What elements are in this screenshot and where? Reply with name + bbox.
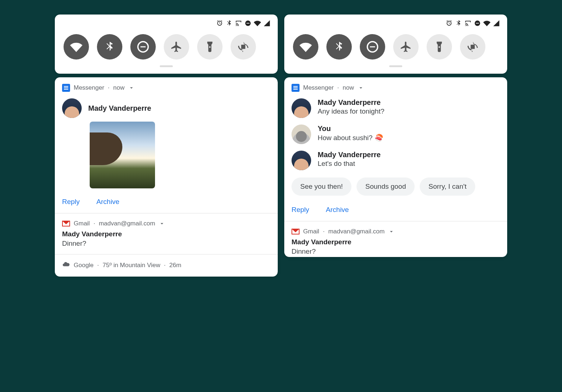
- app-name: Messenger: [74, 84, 104, 91]
- message-sender: Mady Vanderperre: [318, 151, 380, 159]
- avatar: [62, 98, 82, 118]
- gmail-app-icon: [292, 229, 300, 234]
- message-item: Mady Vanderperre Let's do that: [292, 151, 500, 170]
- avatar: [292, 124, 311, 144]
- avatar: [292, 98, 311, 118]
- qs-airplane-toggle[interactable]: [164, 34, 189, 60]
- message-item: Mady Vanderperre Any ideas for tonight?: [292, 98, 500, 118]
- messenger-app-icon: [62, 84, 70, 92]
- smart-reply-chip[interactable]: See you then!: [292, 177, 351, 196]
- signal-status-icon: [263, 20, 270, 28]
- status-bar: [289, 17, 502, 32]
- app-name: Messenger: [303, 84, 334, 91]
- archive-button[interactable]: Archive: [326, 206, 349, 214]
- quick-settings-row: [289, 32, 502, 60]
- notification-card-gmail[interactable]: Gmail · madvan@gmail.com Mady Vanderperr…: [292, 221, 500, 257]
- chevron-down-icon[interactable]: [388, 228, 395, 235]
- drag-handle[interactable]: [389, 65, 402, 67]
- notification-card-gmail[interactable]: Gmail · madvan@gmail.com Mady Vanderperr…: [62, 213, 270, 254]
- wifi-status-icon: [254, 20, 261, 28]
- message-sender: Mady Vanderperre: [318, 98, 384, 107]
- notification-actions: Reply Archive: [292, 204, 500, 221]
- notification-time: now: [343, 84, 354, 91]
- phone-left: Messenger · now Mady Vanderperre Reply A…: [55, 15, 278, 377]
- email-sender: Mady Vanderperre: [292, 238, 500, 246]
- weather-summary: 75º in Mountain View: [103, 262, 160, 269]
- avatar: [292, 151, 311, 170]
- bluetooth-status-icon: [225, 20, 233, 28]
- notification-time: now: [113, 84, 125, 91]
- quick-settings-row: [60, 32, 273, 60]
- drag-handle[interactable]: [160, 65, 173, 67]
- dnd-status-icon: [474, 20, 481, 28]
- app-name: Google: [74, 262, 94, 269]
- notification-actions: Reply Archive: [62, 196, 270, 213]
- notification-header[interactable]: Messenger · now: [292, 84, 500, 92]
- message-sender: You: [318, 124, 383, 133]
- message-text: Let's do that: [318, 160, 380, 168]
- notification-header[interactable]: Messenger · now: [62, 84, 270, 92]
- bluetooth-status-icon: [455, 20, 462, 28]
- notification-header[interactable]: Gmail · madvan@gmail.com: [292, 228, 500, 235]
- message-item: You How about sushi?🍣: [292, 124, 500, 144]
- signal-status-icon: [493, 20, 500, 28]
- qs-dnd-toggle[interactable]: [130, 34, 156, 60]
- account-label: madvan@gmail.com: [328, 228, 384, 235]
- qs-bluetooth-toggle[interactable]: [326, 34, 352, 60]
- reply-button[interactable]: Reply: [292, 206, 309, 214]
- svg-rect-7: [370, 46, 375, 48]
- message-text: Any ideas for tonight?: [318, 107, 384, 115]
- message-text: How about sushi?🍣: [318, 134, 383, 142]
- sender-row: Mady Vanderperre: [62, 98, 270, 118]
- qs-flashlight-toggle[interactable]: [427, 34, 452, 60]
- notification-card-weather[interactable]: Google · 75º in Mountain View · 26m: [62, 254, 270, 277]
- sushi-emoji-icon: 🍣: [375, 134, 383, 142]
- svg-rect-3: [140, 46, 146, 48]
- email-subject: Dinner?: [292, 248, 500, 256]
- qs-airplane-toggle[interactable]: [393, 34, 419, 60]
- chevron-down-icon[interactable]: [159, 220, 165, 227]
- svg-rect-1: [247, 23, 249, 24]
- qs-rotate-toggle[interactable]: [231, 34, 256, 60]
- qs-wifi-toggle[interactable]: [64, 34, 89, 60]
- account-label: madvan@gmail.com: [99, 220, 155, 227]
- sender-name: Mady Vanderperre: [88, 104, 151, 113]
- svg-rect-5: [476, 23, 479, 24]
- app-name: Gmail: [74, 220, 90, 227]
- app-name: Gmail: [303, 228, 319, 235]
- notification-card-messenger[interactable]: Messenger · now Mady Vanderperre Any ide…: [284, 77, 507, 257]
- cast-status-icon: [235, 20, 242, 28]
- qs-wifi-toggle[interactable]: [293, 34, 318, 60]
- messenger-app-icon: [292, 84, 300, 92]
- smart-reply-row: See you then! Sounds good Sorry, I can't: [292, 177, 500, 196]
- qs-rotate-toggle[interactable]: [460, 34, 485, 60]
- cast-status-icon: [464, 20, 472, 28]
- notification-header[interactable]: Gmail · madvan@gmail.com: [62, 220, 270, 227]
- quick-settings-panel: [284, 15, 507, 74]
- gmail-app-icon: [62, 221, 70, 226]
- status-bar: [60, 17, 273, 32]
- notification-card-messenger[interactable]: Messenger · now Mady Vanderperre Reply A…: [55, 77, 278, 277]
- smart-reply-chip[interactable]: Sorry, I can't: [420, 177, 475, 196]
- phone-right: Messenger · now Mady Vanderperre Any ide…: [284, 15, 507, 377]
- qs-bluetooth-toggle[interactable]: [97, 34, 122, 60]
- email-sender: Mady Vanderperre: [62, 230, 270, 238]
- smart-reply-chip[interactable]: Sounds good: [357, 177, 415, 196]
- alarm-icon: [216, 20, 223, 28]
- chevron-down-icon[interactable]: [128, 85, 135, 91]
- cloud-icon: [62, 260, 70, 270]
- archive-button[interactable]: Archive: [97, 198, 119, 206]
- quick-settings-panel: [55, 15, 278, 74]
- reply-button[interactable]: Reply: [62, 198, 80, 206]
- message-image-thumbnail[interactable]: [90, 122, 155, 188]
- chevron-down-icon[interactable]: [358, 85, 364, 91]
- notification-age: 26m: [169, 262, 181, 269]
- email-subject: Dinner?: [62, 240, 270, 248]
- wifi-status-icon: [483, 20, 490, 28]
- alarm-icon: [445, 20, 453, 28]
- qs-dnd-toggle[interactable]: [360, 34, 385, 60]
- dnd-status-icon: [244, 20, 252, 28]
- qs-flashlight-toggle[interactable]: [197, 34, 223, 60]
